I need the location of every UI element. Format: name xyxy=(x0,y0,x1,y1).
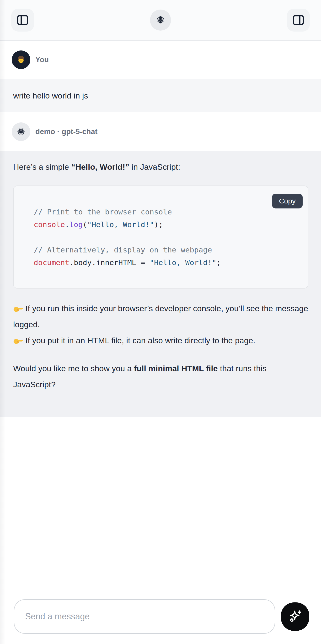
assistant-intro-text: Here’s a simple “Hello, World!” in JavaS… xyxy=(13,159,308,175)
assistant-message-header: demo · gpt-5-chat xyxy=(0,112,321,151)
person-emoji xyxy=(15,54,27,66)
assistant-author-label: demo · gpt-5-chat xyxy=(35,128,97,136)
assistant-message-body: Here’s a simple “Hello, World!” in JavaS… xyxy=(0,151,321,418)
sidebar-toggle-button[interactable] xyxy=(11,8,34,32)
model-button[interactable] xyxy=(150,10,171,30)
assistant-avatar xyxy=(12,122,30,141)
chat-empty-space xyxy=(0,418,321,592)
point-right-emoji xyxy=(13,337,23,344)
panel-right-icon xyxy=(292,14,305,27)
user-message-header: You xyxy=(0,41,321,79)
starburst-icon xyxy=(16,127,25,136)
assistant-starburst-slot xyxy=(16,127,25,137)
message-input[interactable] xyxy=(14,599,275,634)
assistant-followup-text: Would you like me to show you a full min… xyxy=(13,360,308,392)
canvas-toggle-button[interactable] xyxy=(287,8,310,32)
sparkles-icon xyxy=(288,609,303,624)
point-right-emoji xyxy=(13,305,23,312)
send-button[interactable] xyxy=(281,602,309,631)
user-avatar xyxy=(12,50,30,69)
panel-left-icon xyxy=(16,14,29,27)
user-author-label: You xyxy=(35,56,49,64)
top-bar xyxy=(0,0,321,41)
code-block: Copy // Print to the browser consolecons… xyxy=(13,186,308,288)
user-message-bubble: write hello world in js xyxy=(0,79,321,112)
starburst-icon xyxy=(156,15,165,24)
assistant-tips-text: If you run this inside your browser’s de… xyxy=(13,300,308,348)
model-starburst-slot xyxy=(156,15,165,25)
user-message-text: write hello world in js xyxy=(13,91,88,100)
copy-code-button[interactable]: Copy xyxy=(272,194,303,208)
composer-bar xyxy=(0,592,321,644)
code-content: // Print to the browser consoleconsole.l… xyxy=(13,186,308,288)
